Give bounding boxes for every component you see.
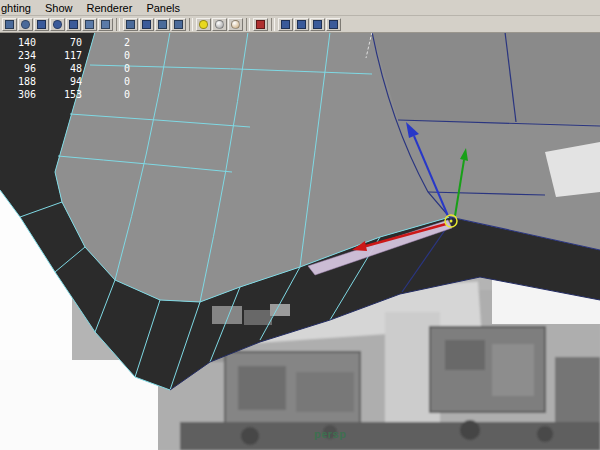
textured-icon [231,20,240,29]
hud-value: 70 [36,36,82,49]
hud-value: 140 [6,36,36,49]
mesh-top-face-shading [372,32,600,124]
toolbar-separator [246,18,250,31]
hud-value: 2 [82,36,130,49]
select-tool-icon [5,20,14,29]
scale-tool-icon[interactable] [66,18,81,31]
hud-value: 0 [82,62,130,75]
last-tool-icon [101,20,110,29]
hud-value: 153 [36,88,82,101]
show-manipulator-icon [85,20,94,29]
hud-value: 94 [36,75,82,88]
wireframe-icon [126,20,135,29]
hud-value: 117 [36,49,82,62]
last-tool-icon[interactable] [98,18,113,31]
snap-curve-icon [297,20,306,29]
snap-grid-icon[interactable] [278,18,293,31]
menu-item-panels[interactable]: Panels [144,2,182,14]
snap-view-icon[interactable] [326,18,341,31]
snap-grid-icon [281,20,290,29]
hud-value: 0 [82,49,130,62]
hud-value: 48 [36,62,82,75]
select-tool-icon[interactable] [2,18,17,31]
menu-item-renderer[interactable]: Renderer [85,2,135,14]
hud-value: 0 [82,75,130,88]
toolbar-separator [189,18,193,31]
snap-point-icon[interactable] [310,18,325,31]
hud-value: 0 [82,88,130,101]
lasso-tool-icon[interactable] [18,18,33,31]
rotate-tool-icon[interactable] [50,18,65,31]
move-tool-icon [37,20,46,29]
show-manipulator-icon[interactable] [82,18,97,31]
smooth-shade-icon[interactable] [139,18,154,31]
menu-item-show[interactable]: Show [43,2,75,14]
heads-up-display: 1407022341170964801889403061530 [6,36,130,101]
scale-tool-icon [69,20,78,29]
toolbar-separator [271,18,275,31]
smooth-shade-icon [142,20,151,29]
panel-menu-bar: ghtingShowRendererPanels [0,0,600,16]
textured-icon[interactable] [228,18,243,31]
perspective-viewport[interactable]: 1407022341170964801889403061530 persp [0,32,600,450]
panel-toolbar [0,16,600,33]
snap-curve-icon[interactable] [294,18,309,31]
toolbar-separator [116,18,120,31]
move-tool-icon[interactable] [34,18,49,31]
lights-icon[interactable] [196,18,211,31]
selection-mask-icon [256,20,265,29]
camera-select-icon[interactable] [171,18,186,31]
menu-item-ghting[interactable]: ghting [0,2,33,14]
shaded-icon[interactable] [212,18,227,31]
lasso-tool-icon [21,20,30,29]
camera-select-icon [174,20,183,29]
camera-label: persp [314,428,346,440]
shaded-icon [215,20,224,29]
snap-view-icon [329,20,338,29]
rotate-tool-icon [53,20,62,29]
snap-point-icon [313,20,322,29]
hud-value: 188 [6,75,36,88]
hud-value: 234 [6,49,36,62]
lights-icon [199,20,208,29]
hud-value: 306 [6,88,36,101]
bounding-box-icon[interactable] [155,18,170,31]
hud-value: 96 [6,62,36,75]
bounding-box-icon [158,20,167,29]
wireframe-icon[interactable] [123,18,138,31]
selection-mask-icon[interactable] [253,18,268,31]
